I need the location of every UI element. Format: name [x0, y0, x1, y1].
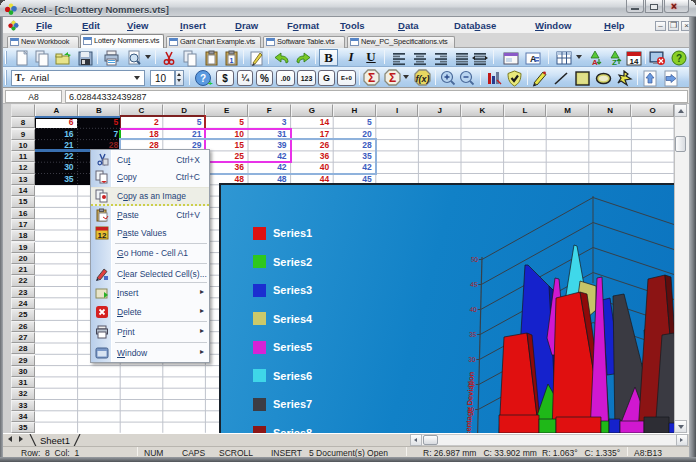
svg-text:Percentage Deviation: Percentage Deviation	[463, 371, 476, 433]
svg-text:Σ: Σ	[368, 71, 375, 85]
svg-text:Σ: Σ	[389, 71, 396, 85]
svg-text:?: ?	[200, 73, 206, 84]
svg-text:14: 14	[630, 56, 639, 65]
svg-text:?: ?	[676, 53, 682, 64]
svg-text:45: 45	[470, 281, 478, 289]
svg-text:A: A	[530, 54, 537, 64]
svg-text:+: +	[208, 79, 213, 87]
svg-text:50: 50	[471, 256, 479, 264]
svg-text:40: 40	[469, 306, 477, 314]
svg-text:Sheet1: Sheet1	[40, 435, 70, 446]
svg-text:f(x): f(x)	[416, 73, 430, 83]
svg-text:12: 12	[98, 230, 107, 239]
svg-text:1: 1	[230, 57, 234, 64]
svg-text:Z: Z	[612, 58, 617, 67]
svg-text:30: 30	[468, 356, 476, 364]
svg-text:35: 35	[469, 331, 477, 339]
